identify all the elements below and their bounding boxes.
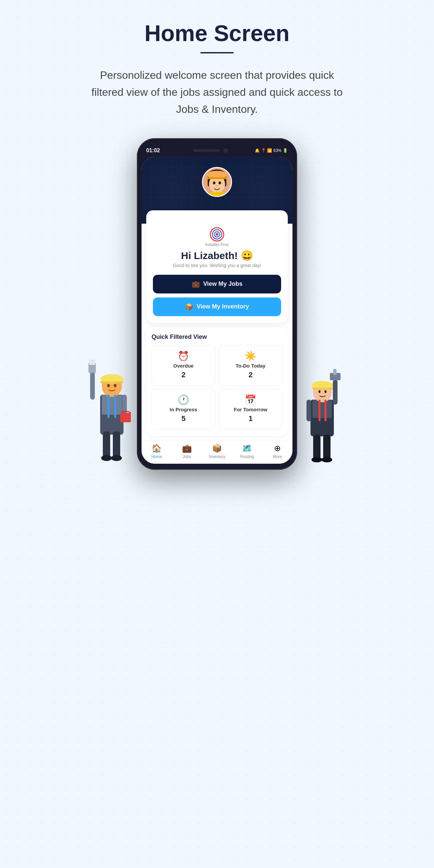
svg-rect-17 <box>107 395 110 418</box>
svg-point-14 <box>101 455 112 461</box>
svg-rect-7 <box>100 381 124 383</box>
status-bar: 01:02 🔔 📍 📶 63% 🔋 <box>142 144 292 157</box>
greeting-text: Hi Lizabeth! 😀 <box>181 250 253 261</box>
status-time: 01:02 <box>146 148 166 154</box>
svg-rect-51 <box>318 400 320 421</box>
todo-label: To-Do Today <box>236 363 266 369</box>
quick-filtered-view: Quick Filtered View ⏰ Overdue 2 ☀️ To-Do… <box>146 327 288 436</box>
overdue-icon: ⏰ <box>178 351 189 361</box>
brand-name: Installer Pros <box>205 242 229 247</box>
todo-count: 2 <box>248 371 252 379</box>
inprogress-label: In Progress <box>169 407 197 412</box>
svg-rect-13 <box>113 431 120 458</box>
svg-point-24 <box>213 181 215 184</box>
nav-label-more: More <box>273 454 282 459</box>
nav-label-home: Home <box>151 454 162 459</box>
page-title: Home Screen <box>145 20 290 46</box>
brand-logo: Installer Pros <box>205 227 229 247</box>
svg-rect-27 <box>209 192 225 196</box>
view-inventory-label: View My Inventory <box>197 303 249 310</box>
svg-rect-43 <box>333 380 338 405</box>
filter-card-tomorrow[interactable]: 📅 For Tomorrow 1 <box>219 389 282 429</box>
worker-right-illustration <box>297 353 350 470</box>
overdue-count: 2 <box>181 371 185 379</box>
greeting-sub: Good to see you. Wishing you a great day… <box>173 263 261 268</box>
inprogress-count: 5 <box>181 414 185 423</box>
quick-view-title: Quick Filtered View <box>152 334 282 341</box>
filter-card-inprogress[interactable]: 🕐 In Progress 5 <box>152 389 215 429</box>
svg-point-3 <box>107 384 110 387</box>
view-jobs-button[interactable]: 💼 View My Jobs <box>153 275 281 293</box>
phone-camera <box>223 148 228 153</box>
briefcase-icon: 💼 <box>192 280 200 288</box>
svg-rect-8 <box>90 370 95 400</box>
svg-point-38 <box>318 390 320 393</box>
svg-rect-12 <box>103 431 110 458</box>
nav-item-more[interactable]: ⊕ More <box>262 444 292 459</box>
phone-frame: 01:02 🔔 📍 📶 63% 🔋 <box>137 138 297 470</box>
view-inventory-button[interactable]: 📦 View My Inventory <box>153 298 281 316</box>
nav-label-routing: Routing <box>240 454 254 459</box>
svg-rect-36 <box>312 400 332 418</box>
nav-label-jobs: Jobs <box>183 454 191 459</box>
profile-card: Installer Pros Hi Lizabeth! 😀 Good to se… <box>146 210 288 323</box>
phone-speaker <box>193 149 220 152</box>
avatar <box>202 167 232 197</box>
nav-label-inventory: Inventory <box>209 454 225 459</box>
view-jobs-label: View My Jobs <box>203 280 243 287</box>
home-icon: 🏠 <box>152 444 162 453</box>
routing-icon: 🗺️ <box>242 444 252 453</box>
svg-rect-45 <box>333 369 337 375</box>
inventory-icon: 📦 <box>212 444 222 453</box>
svg-rect-42 <box>312 388 333 390</box>
inprogress-icon: 🕐 <box>178 395 189 405</box>
svg-point-26 <box>216 185 218 187</box>
todo-icon: ☀️ <box>245 351 256 361</box>
filter-card-todo[interactable]: ☀️ To-Do Today 2 <box>219 345 282 385</box>
svg-point-15 <box>111 455 122 461</box>
filter-grid: ⏰ Overdue 2 ☀️ To-Do Today 2 🕐 In Progre… <box>152 345 282 429</box>
phone-screen: Installer Pros Hi Lizabeth! 😀 Good to se… <box>142 157 292 464</box>
nav-item-home[interactable]: 🏠 Home <box>142 444 172 459</box>
brand-icon <box>210 227 224 242</box>
tomorrow-icon: 📅 <box>245 395 256 405</box>
phone-notch <box>166 148 255 153</box>
svg-rect-48 <box>323 435 331 460</box>
svg-point-4 <box>114 384 117 387</box>
more-icon: ⊕ <box>274 444 281 453</box>
nav-item-inventory[interactable]: 📦 Inventory <box>202 444 232 459</box>
svg-point-49 <box>311 457 322 462</box>
svg-point-25 <box>219 181 221 184</box>
filter-card-overdue[interactable]: ⏰ Overdue 2 <box>152 345 215 385</box>
svg-rect-1 <box>102 395 122 415</box>
svg-rect-52 <box>324 400 327 421</box>
svg-point-50 <box>321 457 332 462</box>
svg-rect-18 <box>114 395 116 418</box>
nav-item-routing[interactable]: 🗺️ Routing <box>232 444 262 459</box>
svg-rect-10 <box>89 360 95 365</box>
overdue-label: Overdue <box>173 363 194 369</box>
bottom-nav: 🏠 Home 💼 Jobs 📦 Inventory 🗺️ Routing <box>142 440 292 464</box>
tomorrow-label: For Tomorrow <box>234 407 268 412</box>
svg-point-39 <box>324 390 327 393</box>
tomorrow-count: 1 <box>248 414 252 423</box>
status-battery: 🔔 📍 📶 63% 🔋 <box>255 148 288 153</box>
page-subtitle: Personolized welcome screen that provide… <box>87 67 347 118</box>
svg-rect-47 <box>313 435 320 460</box>
svg-rect-16 <box>120 413 131 422</box>
svg-rect-46 <box>307 400 311 421</box>
phone-wrapper: 01:02 🔔 📍 📶 63% 🔋 <box>103 138 331 470</box>
box-icon: 📦 <box>185 303 193 311</box>
worker-left-illustration <box>84 343 140 470</box>
svg-rect-30 <box>207 177 227 179</box>
title-underline <box>200 52 234 54</box>
jobs-icon: 💼 <box>182 444 192 453</box>
svg-point-34 <box>216 233 218 236</box>
nav-item-jobs[interactable]: 💼 Jobs <box>172 444 202 459</box>
